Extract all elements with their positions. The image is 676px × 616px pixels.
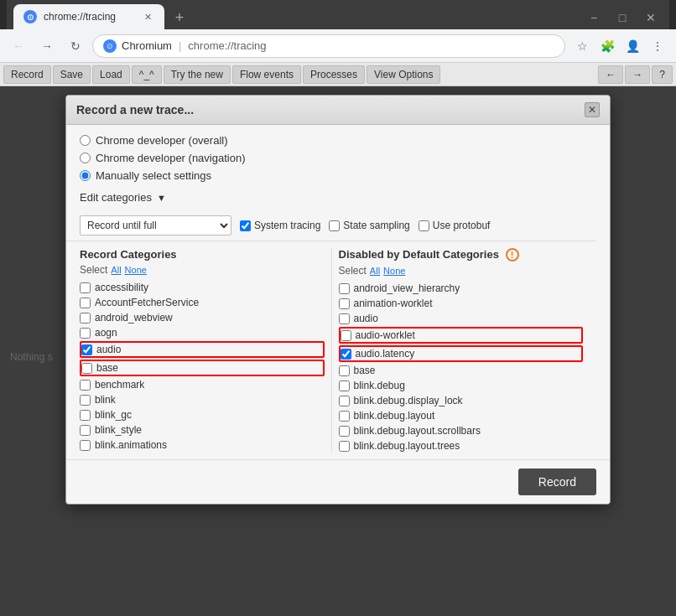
radio-overall[interactable]: [80, 135, 91, 146]
dis-cb-animation-worklet[interactable]: [339, 298, 350, 309]
view-options-button[interactable]: View Options: [367, 65, 440, 84]
cat-item-audio[interactable]: audio: [80, 341, 325, 358]
record-toolbar-button[interactable]: Record: [3, 65, 51, 84]
warning-icon: !: [506, 248, 519, 261]
record-select-label: Select: [80, 264, 107, 276]
dis-cat-item-audio[interactable]: audio: [339, 312, 584, 325]
back-button[interactable]: ←: [7, 34, 30, 58]
dis-cat-item-blink-debug-layout[interactable]: blink.debug.layout: [339, 409, 584, 422]
cb-accountfetcher[interactable]: [80, 298, 91, 308]
nav-left-button[interactable]: ←: [598, 65, 623, 84]
edit-categories-toggle[interactable]: Edit categories ▼: [66, 188, 596, 210]
modal-close-button[interactable]: ✕: [585, 102, 600, 117]
system-tracing-checkbox-label[interactable]: System tracing: [240, 220, 320, 231]
cb-base[interactable]: [81, 363, 92, 374]
dis-cb-base[interactable]: [339, 365, 350, 376]
refresh-button[interactable]: ↻: [64, 34, 87, 58]
cat-item-benchmark[interactable]: benchmark: [80, 378, 325, 391]
dis-cb-blink-debug-display[interactable]: [339, 396, 350, 406]
cb-blink-style[interactable]: [80, 425, 91, 436]
dis-cb-blink-debug[interactable]: [339, 380, 350, 391]
address-input[interactable]: ⊙ Chromium | chrome://tracing: [92, 34, 565, 58]
dis-cat-item-blink-debug-scrollbars[interactable]: blink.debug.layout.scrollbars: [339, 424, 584, 437]
dis-cb-blink-debug-layout[interactable]: [339, 411, 350, 422]
protobuf-checkbox[interactable]: [419, 220, 429, 231]
caret-toolbar-button[interactable]: ^_^: [132, 65, 162, 84]
radio-item-manual[interactable]: Manually select settings: [80, 167, 583, 184]
cat-item-blink[interactable]: blink: [80, 393, 325, 406]
try-new-toolbar-button[interactable]: Try the new: [164, 65, 231, 84]
cat-label-blink-animations: blink.animations: [95, 439, 167, 451]
cat-item-base[interactable]: base: [80, 360, 325, 376]
record-button[interactable]: Record: [518, 468, 596, 495]
record-modal: Record a new trace... ✕ Chrome developer…: [65, 95, 611, 505]
help-button[interactable]: ?: [652, 65, 673, 84]
dis-cat-item-animation-worklet[interactable]: animation-worklet: [339, 297, 584, 310]
state-sampling-checkbox-label[interactable]: State sampling: [329, 220, 409, 231]
save-toolbar-button[interactable]: Save: [53, 65, 91, 84]
system-tracing-label: System tracing: [254, 220, 320, 231]
cb-android-webview[interactable]: [80, 313, 91, 324]
nav-right-button[interactable]: →: [625, 65, 650, 84]
cb-blink-gc[interactable]: [80, 410, 91, 421]
cat-item-accessibility[interactable]: accessibility: [80, 281, 325, 294]
edit-categories-label: Edit categories: [80, 191, 152, 204]
cb-accessibility[interactable]: [80, 282, 91, 293]
tab-close-button[interactable]: ✕: [141, 10, 154, 23]
cb-blink-animations[interactable]: [80, 440, 91, 451]
cb-aogn[interactable]: [80, 328, 91, 339]
profile-button[interactable]: 👤: [621, 34, 644, 58]
maximize-button[interactable]: □: [611, 6, 634, 29]
extensions-button[interactable]: 🧩: [595, 34, 619, 58]
forward-button[interactable]: →: [35, 34, 59, 58]
modal-title: Record a new trace...: [76, 103, 194, 116]
cb-blink[interactable]: [80, 395, 91, 406]
cat-item-blink-animations[interactable]: blink.animations: [80, 438, 325, 452]
minimize-button[interactable]: −: [582, 6, 606, 29]
bookmark-button[interactable]: ☆: [570, 34, 594, 58]
cat-item-accountfetcher[interactable]: AccountFetcherService: [80, 296, 325, 309]
dis-cb-android-view[interactable]: [339, 283, 350, 294]
protobuf-label: Use protobuf: [433, 220, 491, 231]
dis-cat-item-blink-debug-display[interactable]: blink.debug.display_lock: [339, 394, 584, 407]
protobuf-checkbox-label[interactable]: Use protobuf: [419, 220, 491, 231]
active-tab[interactable]: ⊙ chrome://tracing ✕: [13, 4, 164, 29]
dis-cat-item-android-view[interactable]: android_view_hierarchy: [339, 282, 584, 295]
cat-item-android-webview[interactable]: android_webview: [80, 311, 325, 324]
radio-navigation[interactable]: [80, 153, 91, 163]
cat-item-blink-gc[interactable]: blink_gc: [80, 408, 325, 422]
disabled-all-button[interactable]: All: [370, 266, 380, 276]
system-tracing-checkbox[interactable]: [240, 220, 251, 231]
processes-button[interactable]: Processes: [303, 65, 365, 84]
dis-cat-item-base[interactable]: base: [339, 364, 584, 377]
state-sampling-checkbox[interactable]: [329, 220, 340, 231]
cat-item-aogn[interactable]: aogn: [80, 326, 325, 339]
radio-item-navigation[interactable]: Chrome developer (navigation): [80, 149, 583, 167]
dis-cb-blink-debug-scrollbars[interactable]: [339, 426, 350, 437]
dis-cat-item-audio-latency[interactable]: audio.latency: [339, 345, 584, 362]
dis-cat-item-audio-worklet[interactable]: audio-worklet: [339, 327, 584, 344]
cb-audio[interactable]: [81, 344, 92, 355]
record-none-button[interactable]: None: [125, 265, 147, 275]
dis-cb-audio-latency[interactable]: [341, 349, 351, 360]
dis-cb-blink-debug-trees[interactable]: [339, 441, 350, 452]
dis-cb-audio-worklet[interactable]: [341, 330, 351, 341]
close-window-button[interactable]: ✕: [639, 6, 663, 29]
flow-events-button[interactable]: Flow events: [232, 65, 301, 84]
state-sampling-label: State sampling: [343, 220, 409, 231]
record-all-button[interactable]: All: [111, 265, 121, 275]
radio-item-overall[interactable]: Chrome developer (overall): [80, 132, 583, 149]
load-toolbar-button[interactable]: Load: [92, 65, 130, 84]
dis-cat-item-blink-debug[interactable]: blink.debug: [339, 379, 584, 392]
record-mode-dropdown[interactable]: Record until full Record until stopped R…: [80, 215, 231, 236]
radio-manual[interactable]: [80, 170, 91, 181]
cat-item-blink-style[interactable]: blink_style: [80, 423, 325, 437]
record-categories-list: accessibility AccountFetcherService andr…: [80, 281, 325, 452]
cb-benchmark[interactable]: [80, 380, 91, 391]
cat-label-accessibility: accessibility: [95, 282, 148, 293]
new-tab-button[interactable]: +: [168, 6, 191, 29]
disabled-none-button[interactable]: None: [383, 266, 405, 276]
dis-cb-audio[interactable]: [339, 313, 350, 324]
dis-cat-item-blink-debug-trees[interactable]: blink.debug.layout.trees: [339, 439, 584, 453]
menu-button[interactable]: ⋮: [646, 34, 669, 58]
